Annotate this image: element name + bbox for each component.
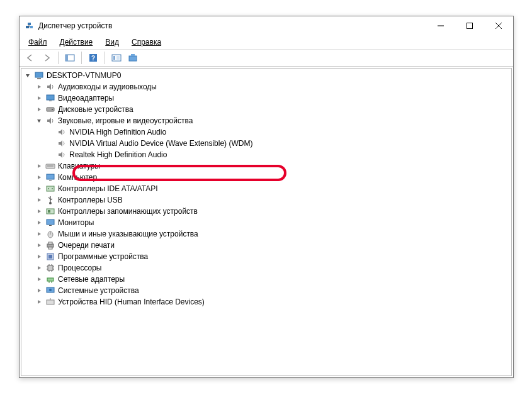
separator [58, 52, 59, 64]
device-tree[interactable]: DESKTOP-VTNMUP0Аудиовходы и аудиовыходыВ… [21, 68, 512, 376]
storage-icon [45, 206, 55, 216]
chevron-right-icon[interactable] [35, 83, 43, 91]
titlebar: Диспетчер устройств [20, 16, 513, 35]
chevron-right-icon[interactable] [35, 94, 43, 102]
tree-category-node[interactable]: Аудиовходы и аудиовыходы [35, 81, 509, 92]
monitor-icon [45, 172, 55, 182]
svg-point-29 [48, 188, 49, 189]
svg-text:?: ? [91, 55, 95, 62]
tree-category-node[interactable]: Очереди печати [35, 240, 509, 251]
menu-action[interactable]: Действие [55, 36, 98, 48]
tree-node-label: Процессоры [58, 264, 102, 272]
svg-point-56 [49, 289, 52, 291]
forward-button[interactable] [40, 51, 54, 65]
tree-category-node[interactable]: Звуковые, игровые и видеоустройства [35, 115, 509, 126]
chevron-right-icon[interactable] [35, 162, 43, 170]
menu-help[interactable]: Справка [127, 36, 166, 48]
device-manager-window: Диспетчер устройств Файл Действие Вид Сп… [19, 16, 514, 378]
tree-device-node[interactable]: NVIDIA High Definition Audio [47, 126, 509, 138]
tree-category-node[interactable]: Сетевые адаптеры [35, 274, 509, 285]
svg-rect-1 [30, 26, 33, 28]
speaker-icon [45, 82, 55, 92]
speaker-icon [57, 138, 67, 148]
minimize-button[interactable] [426, 16, 455, 35]
svg-rect-28 [47, 186, 54, 191]
back-button[interactable] [23, 51, 37, 65]
tree-node-label: Компьютер [58, 173, 97, 182]
printer-icon [45, 240, 55, 250]
chevron-right-icon[interactable] [35, 275, 43, 283]
svg-point-22 [52, 109, 53, 110]
window-title: Диспетчер устройств [38, 21, 426, 30]
tree-category-node[interactable]: Программные устройства [35, 251, 509, 262]
svg-rect-2 [28, 23, 31, 25]
ide-icon [45, 184, 55, 194]
menu-file[interactable]: Файл [23, 36, 52, 48]
svg-rect-38 [47, 244, 54, 247]
update-driver-button[interactable] [126, 51, 140, 65]
svg-rect-39 [48, 242, 52, 244]
tree-category-node[interactable]: Процессоры [35, 262, 509, 274]
svg-rect-15 [129, 56, 137, 61]
tree-category-node[interactable]: Системные устройства [35, 285, 509, 296]
mouse-icon [45, 229, 55, 239]
tree-node-label: Контроллеры IDE ATA/ATAPI [58, 184, 158, 193]
tree-category-node[interactable]: Дисковые устройства [35, 104, 509, 115]
chevron-right-icon[interactable] [35, 264, 43, 272]
tree-node-label: Контроллеры запоминающих устройств [58, 207, 198, 216]
cpu-icon [45, 263, 55, 273]
chevron-right-icon[interactable] [35, 230, 43, 238]
svg-point-31 [49, 202, 52, 204]
hid-icon [45, 297, 55, 307]
show-hide-console-button[interactable] [63, 51, 77, 65]
chevron-down-icon[interactable] [35, 117, 43, 125]
svg-rect-9 [65, 55, 68, 61]
svg-point-30 [52, 188, 53, 189]
chevron-right-icon[interactable] [35, 298, 43, 306]
tree-category-node[interactable]: Мониторы [35, 217, 509, 228]
chevron-right-icon[interactable] [35, 185, 43, 192]
chevron-right-icon[interactable] [35, 106, 43, 113]
menu-view[interactable]: Вид [100, 36, 124, 48]
tree-category-node[interactable]: Клавиатуры [35, 160, 509, 172]
tree-category-node[interactable]: Контроллеры USB [35, 194, 509, 206]
svg-rect-17 [35, 72, 43, 77]
scan-hardware-button[interactable] [110, 51, 123, 65]
chevron-down-icon[interactable] [24, 72, 31, 79]
close-button[interactable] [484, 16, 513, 35]
chevron-right-icon[interactable] [35, 242, 43, 249]
chevron-right-icon[interactable] [35, 219, 43, 226]
system-icon [45, 286, 55, 296]
tree-category-node[interactable]: Видеоадаптеры [35, 92, 509, 104]
chevron-right-icon[interactable] [35, 208, 43, 215]
tree-root-node[interactable]: DESKTOP-VTNMUP0 [24, 70, 509, 81]
chevron-right-icon[interactable] [35, 287, 43, 294]
menubar: Файл Действие Вид Справка [20, 35, 513, 49]
tree-node-label: Очереди печати [58, 241, 115, 250]
tree-category-node[interactable]: Устройства HID (Human Interface Devices) [35, 296, 509, 308]
chevron-right-icon[interactable] [35, 196, 43, 204]
tree-node-label: Программные устройства [58, 252, 148, 261]
tree-device-node[interactable]: Realtek High Definition Audio [47, 149, 509, 160]
tree-category-node[interactable]: Мыши и иные указывающие устройства [35, 228, 509, 240]
tree-node-label: Мониторы [58, 218, 94, 227]
tree-node-label: Клавиатуры [58, 162, 100, 170]
tree-category-node[interactable]: Компьютер [35, 172, 509, 183]
tree-node-label: NVIDIA Virtual Audio Device (Wave Extens… [69, 139, 252, 148]
tree-node-label: Сетевые адаптеры [58, 275, 125, 284]
tree-category-node[interactable]: Контроллеры запоминающих устройств [35, 206, 509, 217]
monitor-icon [45, 218, 55, 228]
tree-device-node[interactable]: NVIDIA Virtual Audio Device (Wave Extens… [47, 138, 509, 149]
svg-rect-18 [37, 78, 41, 79]
svg-rect-21 [47, 108, 54, 111]
maximize-button[interactable] [455, 16, 484, 35]
tree-category-node[interactable]: Контроллеры IDE ATA/ATAPI [35, 183, 509, 194]
svg-rect-14 [116, 56, 120, 60]
svg-rect-35 [49, 225, 52, 226]
disk-icon [45, 104, 55, 114]
chevron-right-icon[interactable] [35, 174, 43, 181]
help-button[interactable]: ? [86, 51, 100, 65]
computer-icon [34, 70, 44, 81]
chevron-right-icon[interactable] [35, 253, 43, 260]
display-icon [45, 93, 55, 103]
